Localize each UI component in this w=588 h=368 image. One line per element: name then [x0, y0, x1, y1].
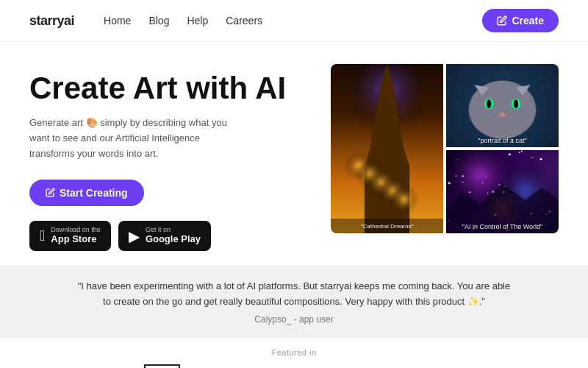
app-store-button[interactable]:  Download on the App Store	[29, 221, 111, 252]
apple-icon: 	[40, 227, 45, 244]
navbar: starryai Home Blog Help Careers Create	[0, 0, 588, 42]
testimonial-section: "I have been experimenting with a lot of…	[0, 266, 588, 338]
wand-icon	[46, 188, 55, 197]
app-store-small: Download on the	[51, 227, 101, 233]
google-play-button[interactable]: ▶ Get it on Google Play	[118, 221, 211, 252]
hero-subtitle: Generate art 🎨 simply by describing what…	[29, 116, 235, 161]
start-creating-button[interactable]: Start Creating	[29, 180, 144, 206]
google-play-text: Get it on Google Play	[146, 227, 201, 246]
dazed-logo: DAZED	[390, 365, 444, 368]
hero-title: Create Art with AI	[29, 71, 316, 105]
testimonial-author: Calypso_ - app user	[29, 314, 559, 325]
app-store-text: Download on the App Store	[51, 227, 101, 246]
featured-logos: VICE GIZMODO The Washington Post DAZED	[29, 364, 559, 368]
nav-help[interactable]: Help	[187, 15, 208, 26]
featured-section: Featured in VICE GIZMODO The Washington …	[0, 338, 588, 368]
start-label: Start Creating	[60, 187, 128, 199]
nav-blog[interactable]: Blog	[148, 15, 169, 26]
google-play-small: Get it on	[146, 227, 171, 233]
google-play-big: Google Play	[146, 233, 201, 246]
ai-image-cathedral	[331, 64, 443, 233]
vice-logo: VICE	[144, 364, 180, 368]
nav-links: Home Blog Help Careers	[104, 15, 482, 26]
logo: starryai	[29, 13, 74, 29]
testimonial-quote: "I have been experimenting with a lot of…	[74, 279, 514, 310]
hero-left: Create Art with AI Generate art 🎨 simply…	[29, 64, 316, 251]
ai-image-cat: "portrait of a cat"	[446, 64, 559, 147]
pencil-icon	[497, 15, 507, 26]
featured-label: Featured in	[29, 348, 559, 357]
app-store-big: App Store	[51, 233, 96, 246]
create-button[interactable]: Create	[482, 9, 559, 32]
hero-section: Create Art with AI Generate art 🎨 simply…	[0, 42, 588, 266]
image-label-space: "AI in Control of The World"	[446, 223, 559, 230]
ai-images-grid: "portrait of a cat" "AI in Control of Th…	[331, 64, 559, 233]
image-label-cat: "portrait of a cat"	[446, 137, 559, 144]
play-icon: ▶	[129, 227, 140, 245]
store-buttons:  Download on the App Store ▶ Get it on …	[29, 221, 316, 252]
ai-image-space: "AI in Control of The World"	[446, 150, 559, 233]
nav-home[interactable]: Home	[104, 15, 131, 26]
nav-careers[interactable]: Careers	[226, 15, 262, 26]
create-label: Create	[512, 15, 544, 26]
